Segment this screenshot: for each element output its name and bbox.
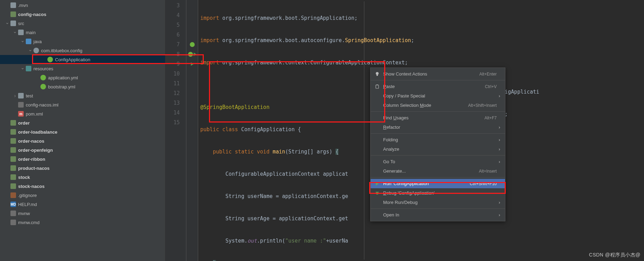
- expand-arrow-icon: [13, 111, 17, 116]
- menu-item-open-in[interactable]: Open In›: [371, 210, 505, 220]
- line-number: 12: [165, 88, 180, 98]
- file-icon: [10, 220, 16, 225]
- tree-item-mvnw-cmd[interactable]: mvnw.cmd: [0, 218, 165, 227]
- tree-item-mvnw[interactable]: mvnw: [0, 209, 165, 218]
- tree-item-order[interactable]: order: [0, 118, 165, 127]
- expand-arrow-icon: [5, 166, 10, 171]
- expand-arrow-icon[interactable]: [13, 30, 17, 35]
- tree-item-label: bootstrap.yml: [48, 84, 75, 89]
- tree-item-order-loadbalance[interactable]: order-loadbalance: [0, 127, 165, 136]
- tree-item-label: main: [26, 30, 36, 35]
- menu-item-label: Go To: [383, 159, 497, 164]
- tree-item-label: com.itbluebox.config: [41, 48, 83, 53]
- run-method-gutter-mark[interactable]: [186, 59, 198, 69]
- tree-item-label: order-ribbon: [18, 157, 45, 162]
- tree-item-com-itbluebox-config[interactable]: com.itbluebox.config: [0, 46, 165, 55]
- tree-item-label: order-nacos: [18, 139, 44, 144]
- menu-item-analyze[interactable]: Analyze›: [371, 144, 505, 154]
- tree-item-bootstrap-yml[interactable]: bootstrap.yml: [0, 82, 165, 91]
- menu-item-find-usages[interactable]: Find UsagesAlt+F7: [371, 113, 505, 122]
- submenu-arrow-icon: ›: [497, 147, 500, 152]
- line-number: 11: [165, 79, 180, 88]
- menu-item-folding[interactable]: Folding›: [371, 135, 505, 144]
- menu-shortcut: Alt+F7: [484, 116, 497, 120]
- tree-item-label: order: [18, 120, 30, 126]
- tree-item-config-nacos[interactable]: config-nacos: [0, 10, 165, 19]
- tree-item-label: .gitignore: [18, 193, 37, 198]
- menu-item-ctx-actions[interactable]: Show Context ActionsAlt+Enter: [371, 69, 505, 79]
- tree-item-product-nacos[interactable]: product-nacos: [0, 164, 165, 173]
- menu-item-generate[interactable]: Generate...Alt+Insert: [371, 166, 505, 176]
- menu-item-column-selection[interactable]: Column Selection ModeAlt+Shift+Insert: [371, 101, 505, 110]
- line-number-gutter: 3456789101112131415: [165, 0, 186, 261]
- menu-item-label: More Run/Debug: [383, 200, 497, 205]
- line-number: 7: [165, 40, 180, 49]
- expand-arrow-icon[interactable]: [20, 39, 25, 44]
- menu-item-more-run-debug[interactable]: More Run/Debug›: [371, 198, 505, 207]
- spring-gutter-mark[interactable]: [186, 40, 198, 49]
- tree-item-java[interactable]: java: [0, 37, 165, 46]
- expand-arrow-icon: [5, 220, 10, 225]
- menu-item-label: Refactor: [383, 125, 497, 130]
- tree-item--gitignore[interactable]: .gitignore: [0, 191, 165, 200]
- menu-item-go-to[interactable]: Go To›: [371, 157, 505, 166]
- submenu-arrow-icon: ›: [497, 159, 500, 164]
- tree-item-label: application.yml: [48, 75, 78, 80]
- tree-item-label: stock-nacos: [18, 184, 45, 189]
- tree-item-label: product-nacos: [18, 166, 49, 171]
- menu-separator: [371, 208, 505, 209]
- tree-item-order-openfeign[interactable]: order-openfeign: [0, 145, 165, 155]
- menu-item-label: Show Context Actions: [383, 71, 479, 77]
- tree-item-application-yml[interactable]: application.yml: [0, 73, 165, 82]
- spring-icon: [40, 84, 46, 89]
- tree-item-help-md[interactable]: MDHELP.md: [0, 200, 165, 209]
- file-icon: [18, 102, 24, 108]
- folder-module-icon: [10, 147, 16, 153]
- svg-point-0: [376, 72, 379, 75]
- menu-item-label: Folding: [383, 137, 497, 142]
- expand-arrow-icon[interactable]: [5, 21, 10, 26]
- tree-item-resources[interactable]: resources: [0, 64, 165, 73]
- tree-item-stock[interactable]: stock: [0, 173, 165, 182]
- tree-item-label: config-nacos.iml: [26, 102, 59, 108]
- project-tree-panel[interactable]: .mvnconfig-nacossrcmainjavacom.itbluebox…: [0, 0, 165, 261]
- tree-item-pom-xml[interactable]: mpom.xml: [0, 109, 165, 118]
- folder-module-icon: [10, 174, 16, 180]
- menu-item-label: Debug 'ConfigApplication': [383, 190, 497, 196]
- editor-context-menu[interactable]: Show Context ActionsAlt+EnterPasteCtrl+V…: [370, 68, 505, 221]
- tree-item-label: order-loadbalance: [18, 129, 57, 135]
- folder-module-icon: [10, 183, 16, 189]
- expand-arrow-icon[interactable]: [28, 48, 33, 53]
- line-number: 10: [165, 69, 180, 79]
- menu-item-debug-config[interactable]: Debug 'ConfigApplication': [371, 188, 505, 198]
- expand-arrow-icon[interactable]: [20, 66, 25, 71]
- tree-item-label: config-nacos: [18, 12, 46, 17]
- menu-item-refactor[interactable]: Refactor›: [371, 122, 505, 132]
- menu-shortcut: Alt+Shift+Insert: [468, 103, 497, 108]
- expand-arrow-icon: [5, 139, 10, 143]
- tree-item-label: stock: [18, 175, 30, 180]
- tree-item-label: ConfigApplication: [55, 57, 90, 62]
- expand-arrow-icon: [5, 193, 10, 198]
- folder-icon: [18, 30, 24, 35]
- tree-item-order-ribbon[interactable]: order-ribbon: [0, 155, 165, 164]
- run-class-gutter-mark[interactable]: [186, 49, 198, 59]
- menu-item-copy-paste-special[interactable]: Copy / Paste Special›: [371, 91, 505, 101]
- tree-item-config-nacos-iml[interactable]: config-nacos.iml: [0, 100, 165, 109]
- expand-arrow-icon: [5, 12, 10, 17]
- svg-rect-2: [376, 85, 379, 88]
- tree-item-stock-nacos[interactable]: stock-nacos: [0, 182, 165, 191]
- menu-item-run-config[interactable]: Run 'ConfigApplication'Ctrl+Shift+F10: [371, 179, 505, 188]
- line-number: 8: [165, 49, 180, 59]
- tree-item-test[interactable]: test: [0, 91, 165, 100]
- tree-item-src[interactable]: src: [0, 19, 165, 28]
- gutter-marks[interactable]: [186, 0, 198, 261]
- menu-item-paste[interactable]: PasteCtrl+V: [371, 82, 505, 91]
- tree-item-label: src: [18, 21, 24, 26]
- tree-item-main[interactable]: main: [0, 28, 165, 37]
- folder-icon: [18, 93, 24, 98]
- tree-item-configapplication[interactable]: ConfigApplication: [0, 55, 165, 64]
- expand-arrow-icon[interactable]: [13, 93, 17, 98]
- tree-item--mvn[interactable]: .mvn: [0, 1, 165, 10]
- tree-item-order-nacos[interactable]: order-nacos: [0, 136, 165, 145]
